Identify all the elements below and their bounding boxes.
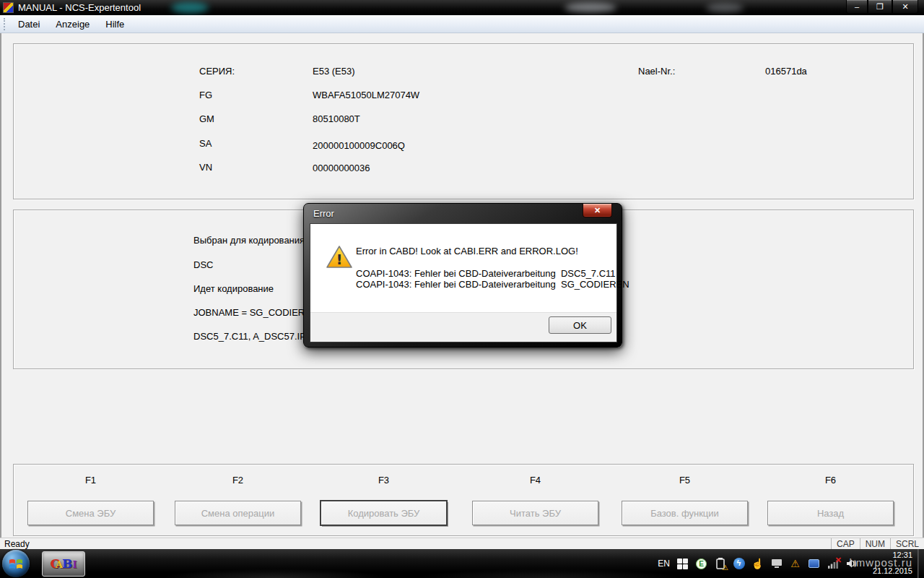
menu-datei[interactable]: Datei xyxy=(10,17,48,32)
caps-lock-indicator: CAP xyxy=(831,538,860,550)
close-button[interactable]: ✕ xyxy=(892,0,918,14)
status-bar: Ready CAP NUM SCRL xyxy=(0,538,924,549)
field-value: WBAFA51050LM27074W xyxy=(313,90,419,100)
battery-warning-icon[interactable]: ⚠ xyxy=(714,558,726,570)
windows-logo-icon xyxy=(9,557,23,571)
nael-label: Nael-Nr.: xyxy=(638,66,675,77)
fkey-name: F6 xyxy=(767,475,894,486)
field-label: СЕРИЯ: xyxy=(199,66,235,77)
field-label: SA xyxy=(199,138,212,149)
num-lock-indicator: NUM xyxy=(860,538,890,550)
field-value: 00000000036 xyxy=(313,163,370,173)
nael-value: 016571da xyxy=(765,66,807,77)
app-titlebar[interactable]: MANUAL - NCS-Expertentool – ❐ ✕ xyxy=(0,0,924,15)
display-icon[interactable] xyxy=(770,558,783,570)
dialog-detail: COAPI-1043: Fehler bei CBD-Dateiverarbei… xyxy=(356,268,616,279)
window-controls: – ❐ ✕ xyxy=(846,0,918,14)
dialog-detail: COAPI-1043: Fehler bei CBD-Dateiverarbei… xyxy=(356,279,629,290)
tray-clock[interactable]: 12:31 bmwpost.ru 21.12.2015 xyxy=(849,551,912,575)
show-desktop-button[interactable] xyxy=(918,549,924,578)
dialog-title: Error xyxy=(313,208,334,219)
window-title: MANUAL - NCS-Expertentool xyxy=(18,2,141,13)
field-value: 200000100009C006Q xyxy=(313,140,405,151)
fkey-column: F1 Смена ЭБУ xyxy=(27,465,154,535)
fkey-column: F5 Базов. функции xyxy=(622,465,748,535)
network-disconnected-icon[interactable]: ✕ xyxy=(827,558,839,570)
cabi-app-icon: CABI xyxy=(50,558,77,570)
basic-functions-button[interactable]: Базов. функции xyxy=(622,501,748,525)
dialog-footer: OK xyxy=(310,312,616,342)
action-center-icon[interactable] xyxy=(676,558,689,570)
fkey-column: F6 Назад xyxy=(767,465,894,535)
remote-screen-icon[interactable] xyxy=(808,558,820,570)
field-label: FG xyxy=(199,90,212,100)
fkey-name: F1 xyxy=(27,475,154,486)
dialog-message: Error in CABD! Look at CABI.ERR and ERRO… xyxy=(356,246,578,256)
app-icon xyxy=(3,2,14,13)
back-button[interactable]: Назад xyxy=(767,501,894,525)
menu-hilfe[interactable]: Hilfe xyxy=(97,17,132,32)
coding-line: Выбран для кодирования: xyxy=(193,235,308,246)
fkey-name: F2 xyxy=(175,475,301,486)
coding-line: DSC xyxy=(193,259,213,270)
fkey-name: F3 xyxy=(321,475,447,486)
taskbar: CABI EN E ⚠ ϟ ☝ ⚠ ✕ xyxy=(0,549,924,578)
fkey-column: F4 Читать ЭБУ xyxy=(472,465,598,535)
code-ecu-button[interactable]: Кодировать ЭБУ xyxy=(321,501,447,525)
fkey-name: F4 xyxy=(472,475,598,486)
field-value: 80510080T xyxy=(313,113,360,124)
ok-button[interactable]: OK xyxy=(549,316,611,334)
toolbar-grip[interactable] xyxy=(4,18,6,30)
fkey-column: F3 Кодировать ЭБУ xyxy=(321,465,447,535)
vehicle-info-panel: СЕРИЯ: E53 (E53) FG WBAFA51050LM27074W G… xyxy=(13,43,914,199)
read-ecu-button[interactable]: Читать ЭБУ xyxy=(472,501,598,525)
system-tray: EN E ⚠ ϟ ☝ ⚠ ✕ xyxy=(658,549,858,578)
field-label: VN xyxy=(199,162,212,173)
language-indicator[interactable]: EN xyxy=(658,558,670,569)
svg-text:!: ! xyxy=(336,251,343,267)
device-warning-icon[interactable]: ⚠ xyxy=(789,558,801,570)
coding-line: JOBNAME = SG_CODIEREN xyxy=(193,307,318,318)
menu-anzeige[interactable]: Anzeige xyxy=(48,17,97,32)
change-operation-button[interactable]: Смена операции xyxy=(175,501,301,525)
glass-artifact xyxy=(171,2,209,13)
glass-artifact xyxy=(565,3,616,12)
dialog-close-button[interactable]: ✕ xyxy=(583,204,612,217)
coding-line: Идет кодирование xyxy=(193,283,274,294)
warning-icon: ! xyxy=(326,246,352,269)
restore-button[interactable]: ❐ xyxy=(868,0,892,14)
dialog-body: ! Error in CABD! Look at CABI.ERR and ER… xyxy=(310,223,617,342)
function-key-panel: F1 Смена ЭБУ F2 Смена операции F3 Кодиро… xyxy=(13,464,914,536)
desktop-screen: MANUAL - NCS-Expertentool – ❐ ✕ Datei An… xyxy=(0,0,924,578)
field-value: E53 (E53) xyxy=(313,66,355,77)
glass-artifact xyxy=(706,4,744,12)
lock-indicators: CAP NUM SCRL xyxy=(831,538,924,550)
start-button[interactable] xyxy=(2,550,30,577)
taskbar-app-button[interactable]: CABI xyxy=(42,551,85,577)
minimize-button[interactable]: – xyxy=(846,0,868,14)
teamviewer-lightning-icon[interactable]: ϟ xyxy=(733,558,745,570)
status-text: Ready xyxy=(4,539,30,549)
fkey-column: F2 Смена операции xyxy=(175,465,301,535)
fkey-name: F5 xyxy=(622,475,748,486)
eco-tray-icon[interactable]: E xyxy=(695,558,707,570)
field-label: GM xyxy=(199,113,214,124)
pointer-device-icon[interactable]: ☝ xyxy=(751,558,764,570)
change-ecu-button[interactable]: Смена ЭБУ xyxy=(27,501,154,525)
menu-bar: Datei Anzeige Hilfe xyxy=(0,15,924,33)
scroll-lock-indicator: SCRL xyxy=(890,538,924,550)
error-dialog: Error ✕ ! Error in CABD! Look at CABI.ER… xyxy=(303,203,622,348)
